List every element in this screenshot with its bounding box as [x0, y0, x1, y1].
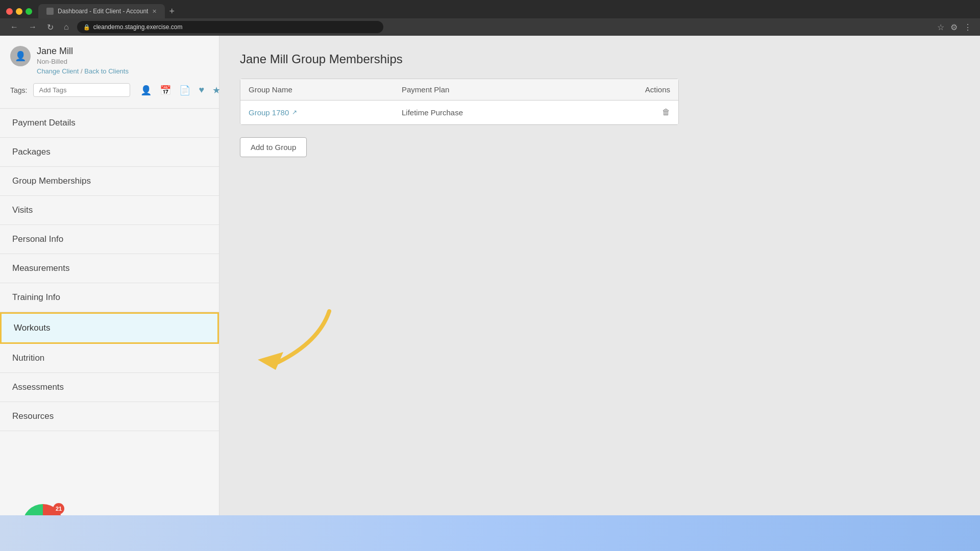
traffic-lights: [6, 8, 32, 15]
sidebar-item-resources[interactable]: Resources: [0, 402, 219, 431]
sidebar-item-training-info[interactable]: Training Info: [0, 283, 219, 312]
group-link[interactable]: Group 1780 ↗: [249, 108, 402, 117]
tags-label: Tags:: [10, 86, 27, 94]
document-icon[interactable]: 📄: [179, 85, 190, 96]
tab-favicon: [46, 8, 54, 15]
minimize-button[interactable]: [16, 8, 22, 15]
browser-chrome: Dashboard - Edit Client - Account ✕ + ← …: [0, 0, 980, 36]
sidebar-item-visits[interactable]: Visits: [0, 196, 219, 225]
person-icon[interactable]: 👤: [140, 85, 152, 96]
bottom-bar: [0, 515, 980, 551]
new-tab-button[interactable]: +: [169, 6, 175, 17]
tab-title: Dashboard - Edit Client - Account: [58, 8, 148, 15]
bookmark-icon[interactable]: ☆: [937, 22, 944, 32]
sidebar-item-nutrition[interactable]: Nutrition: [0, 344, 219, 373]
calendar-icon[interactable]: 📅: [160, 85, 171, 96]
browser-tab[interactable]: Dashboard - Edit Client - Account ✕: [38, 4, 165, 18]
sidebar-item-payment-details[interactable]: Payment Details: [0, 109, 219, 138]
back-button[interactable]: ←: [8, 21, 20, 33]
cell-actions: 🗑: [604, 108, 670, 117]
sidebar: 👤 Jane Mill Non-Billed Change Client / B…: [0, 36, 219, 551]
lock-icon: 🔒: [83, 24, 90, 31]
tab-close-button[interactable]: ✕: [152, 8, 157, 15]
sidebar-item-assessments[interactable]: Assessments: [0, 373, 219, 402]
sidebar-item-packages[interactable]: Packages: [0, 138, 219, 167]
forward-button[interactable]: →: [27, 21, 39, 33]
cell-payment-plan: Lifetime Purchase: [402, 108, 604, 117]
client-info: Jane Mill Non-Billed Change Client / Bac…: [37, 46, 209, 75]
tab-bar: Dashboard - Edit Client - Account ✕ +: [0, 0, 980, 18]
external-link-icon: ↗: [292, 109, 297, 116]
sidebar-item-personal-info[interactable]: Personal Info: [0, 225, 219, 254]
column-header-actions: Actions: [604, 85, 670, 94]
back-to-clients-link[interactable]: Back to Clients: [84, 67, 129, 75]
avatar: 👤: [10, 46, 31, 66]
main-content: Jane Mill Group Memberships Group Name P…: [219, 36, 980, 551]
browser-action-buttons: ☆ ⚙ ⋮: [937, 22, 972, 32]
table-header: Group Name Payment Plan Actions: [240, 79, 678, 101]
table-row: Group 1780 ↗ Lifetime Purchase 🗑: [240, 101, 678, 124]
sidebar-item-workouts[interactable]: Workouts: [0, 312, 219, 344]
sidebar-item-measurements[interactable]: Measurements: [0, 254, 219, 283]
fullscreen-button[interactable]: [26, 8, 32, 15]
url-bar[interactable]: 🔒 cleandemo.staging.exercise.com: [77, 21, 383, 33]
badge-count: 21: [53, 503, 64, 514]
sidebar-item-group-memberships[interactable]: Group Memberships: [0, 167, 219, 196]
avatar-icon: 👤: [15, 51, 26, 62]
client-links: Change Client / Back to Clients: [37, 67, 209, 75]
tags-input[interactable]: [33, 83, 130, 97]
close-button[interactable]: [6, 8, 13, 15]
delete-icon[interactable]: 🗑: [662, 108, 670, 116]
page-title: Jane Mill Group Memberships: [240, 52, 960, 66]
menu-icon[interactable]: ⋮: [964, 22, 972, 32]
add-to-group-button[interactable]: Add to Group: [240, 137, 307, 157]
change-client-link[interactable]: Change Client: [37, 67, 79, 75]
column-header-payment-plan: Payment Plan: [402, 85, 604, 94]
cell-group-name: Group 1780 ↗: [249, 108, 402, 117]
reload-button[interactable]: ↻: [45, 21, 56, 33]
column-header-group-name: Group Name: [249, 85, 402, 94]
extensions-icon[interactable]: ⚙: [950, 22, 958, 32]
url-text: cleandemo.staging.exercise.com: [93, 23, 183, 31]
client-name: Jane Mill: [37, 46, 209, 57]
home-button[interactable]: ⌂: [62, 21, 71, 33]
app-container: 👤 Jane Mill Non-Billed Change Client / B…: [0, 36, 980, 551]
client-status: Non-Billed: [37, 58, 209, 65]
heart-icon[interactable]: ♥: [199, 85, 204, 96]
memberships-table: Group Name Payment Plan Actions Group 17…: [240, 79, 679, 125]
app-wrapper: 👤 Jane Mill Non-Billed Change Client / B…: [0, 36, 980, 551]
sidebar-nav: Payment Details Packages Group Membershi…: [0, 109, 219, 551]
address-bar: ← → ↻ ⌂ 🔒 cleandemo.staging.exercise.com…: [0, 18, 980, 36]
